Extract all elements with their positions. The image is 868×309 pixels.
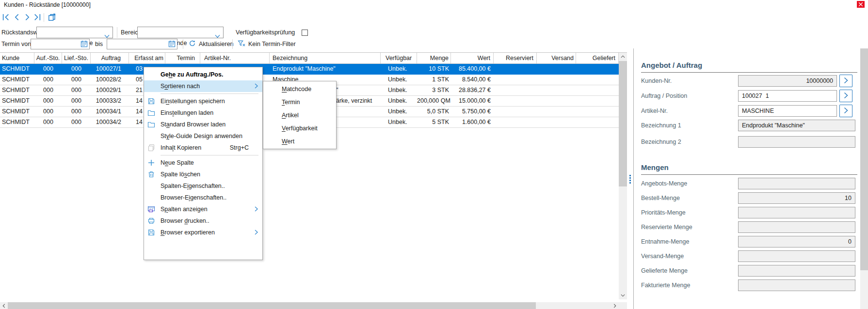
scroll-right-button[interactable] [611, 302, 619, 309]
calendar-icon[interactable] [168, 40, 176, 48]
table-vertical-scrollbar[interactable] [619, 53, 627, 299]
menu-item-standard-browser-laden[interactable]: Standard Browser laden [144, 119, 262, 130]
menu-item-browser-exportieren[interactable]: Browser exportieren [144, 227, 262, 238]
kunden-nr-label: Kunden-Nr. [641, 77, 672, 85]
menu-item-einstellungen-laden[interactable]: Einstellungen laden [144, 107, 262, 119]
aktualisieren-button[interactable]: Aktualisieren [189, 39, 234, 49]
bezeichnung-2-field [738, 136, 855, 148]
submenu-item-matchcode[interactable]: Matchcode [263, 83, 336, 96]
column-header-versand[interactable]: Versand [537, 53, 576, 63]
window-title: Kunden - Rückstände [10000000] [4, 1, 91, 8]
verfuegbarkeitspruefung-checkbox[interactable] [302, 30, 308, 36]
fakturierte-menge-label: Fakturierte Menge [641, 281, 690, 289]
shortcut-label: Strg+C [230, 144, 262, 151]
artikel-nr-label: Artikel-Nr. [641, 107, 668, 115]
submenu-item-artikel[interactable]: Artikel [263, 109, 336, 122]
column-header-auftrag[interactable]: Auftrag [91, 53, 129, 63]
first-record-icon [2, 16, 10, 23]
menu-item-browser-eigenschaften[interactable]: Browser-Eigenschaften.. [144, 192, 262, 203]
menu-item-spalte-loeschen[interactable]: Spalte löschen [144, 169, 262, 180]
menu-item-browser-drucken[interactable]: Browser drucken.. [144, 215, 262, 227]
termin-von-input[interactable] [31, 39, 90, 49]
plus-icon [147, 159, 156, 167]
menu-item-gehe-zu-auftrag[interactable]: Gehe zu Auftrag./Pos. [144, 69, 262, 80]
column-header-auf-sto[interactable]: Auf.-Sto. [34, 53, 62, 63]
save-icon [147, 97, 156, 105]
menu-item-spalten-anzeigen[interactable]: Spalten anzeigen [144, 203, 262, 215]
column-header-kunde[interactable]: Kunde [0, 53, 34, 63]
menu-item-sortieren-nach[interactable]: Sortieren nach [144, 80, 262, 92]
menu-item-spalten-eigenschaften[interactable]: Spalten-Eigenschaften.. [144, 180, 262, 192]
submenu-item-verfuegbarkeit[interactable]: Verfügbarkeit [263, 122, 336, 135]
panel-scrollbar[interactable] [860, 48, 868, 309]
column-header-wert[interactable]: Wert [451, 53, 494, 63]
fakturierte-menge-field [738, 279, 855, 291]
kunden-nr-field: 10000000 [738, 75, 837, 87]
section-title-mengen: Mengen [641, 163, 857, 175]
toolbar-separator [117, 27, 117, 38]
versand-menge-field [738, 250, 855, 262]
scroll-up-button[interactable] [619, 53, 627, 61]
panel-scroll-thumb[interactable] [860, 48, 868, 270]
column-header-lief-sto[interactable]: Lief.-Sto. [62, 53, 91, 63]
context-menu: Gehe zu Auftrag./Pos. Sortieren nach Ein… [144, 67, 263, 260]
trash-icon [147, 170, 156, 178]
auftrag-position-goto-button[interactable] [839, 90, 852, 102]
scroll-left-button[interactable] [0, 302, 8, 309]
bereich-select[interactable]: Aktueller Kunde [137, 27, 224, 38]
vertical-scroll-thumb[interactable] [619, 61, 627, 186]
column-header-bezeichnung[interactable]: Bezeichnung [270, 53, 381, 63]
horizontal-scroll-thumb[interactable] [8, 302, 536, 309]
transfer-record-button[interactable] [48, 13, 58, 22]
entnahme-menge-field: 0 [738, 236, 855, 247]
last-record-icon [33, 16, 41, 23]
kein-termin-filter-button[interactable]: Kein Termin-Filter [238, 39, 296, 49]
kunden-nr-goto-button[interactable] [839, 75, 852, 87]
last-record-button[interactable] [33, 13, 42, 22]
previous-record-button[interactable] [13, 13, 21, 22]
artikel-nr-field[interactable]: MASCHINE [738, 105, 837, 117]
chevron-right-icon [843, 92, 849, 100]
column-header-erfasst-am[interactable]: Erfasst am [129, 53, 165, 63]
submenu-item-wert[interactable]: Wert [263, 135, 336, 148]
table-horizontal-scrollbar[interactable] [0, 302, 619, 309]
reservierte-menge-label: Reservierte Menge [641, 223, 692, 231]
entnahme-menge-label: Entnahme-Menge [641, 238, 689, 246]
columns-icon [147, 205, 156, 213]
table-row[interactable]: SCHMIDT 000 000 100027/1 03 Endprodukt "… [0, 64, 619, 75]
next-record-button[interactable] [23, 13, 32, 22]
column-header-geliefert[interactable]: Geliefert [576, 53, 619, 63]
termin-bis-input[interactable] [107, 39, 177, 49]
next-record-icon [23, 16, 32, 23]
artikel-nr-goto-button[interactable] [839, 105, 852, 117]
scroll-down-button[interactable] [619, 292, 627, 299]
auftrag-position-field[interactable]: 100027 1 [738, 90, 837, 102]
column-header-artikel-nr[interactable]: Artikel-Nr. [200, 53, 270, 63]
scrollbar-corner [619, 302, 627, 309]
submenu-item-termin[interactable]: Termin [263, 96, 336, 109]
splitter-handle[interactable] [627, 170, 632, 188]
termin-von-label: Termin von [1, 41, 31, 47]
printer-icon [147, 217, 156, 225]
menu-item-style-guide-design[interactable]: Style-Guide Design anwenden [144, 130, 262, 142]
menu-item-einstellungen-speichern[interactable]: Einstellungen speichern [144, 95, 262, 107]
column-header-termin[interactable]: Termin [165, 53, 200, 63]
column-header-verfuegbar[interactable]: Verfügbar [381, 53, 417, 63]
angebots-menge-field [738, 178, 855, 189]
menu-separator [161, 93, 258, 94]
menu-item-inhalt-kopieren[interactable]: Inhalt Kopieren Strg+C [144, 142, 262, 154]
calendar-icon[interactable] [80, 40, 88, 48]
column-header-reserviert[interactable]: Reserviert [494, 53, 537, 63]
submenu-arrow-icon [255, 83, 258, 90]
rueckstandswahl-select[interactable]: Liefer-Rückstände [36, 27, 113, 38]
toolbar-separator [183, 39, 183, 49]
prioritaets-menge-field [738, 207, 855, 218]
toolbar-separator [232, 39, 233, 49]
first-record-button[interactable] [2, 13, 11, 22]
column-header-menge[interactable]: Menge [417, 53, 451, 63]
export-icon [147, 229, 156, 236]
menu-separator [161, 155, 258, 155]
transfer-record-icon [48, 16, 57, 23]
close-button[interactable] [857, 1, 865, 8]
menu-item-neue-spalte[interactable]: Neue Spalte [144, 157, 262, 169]
